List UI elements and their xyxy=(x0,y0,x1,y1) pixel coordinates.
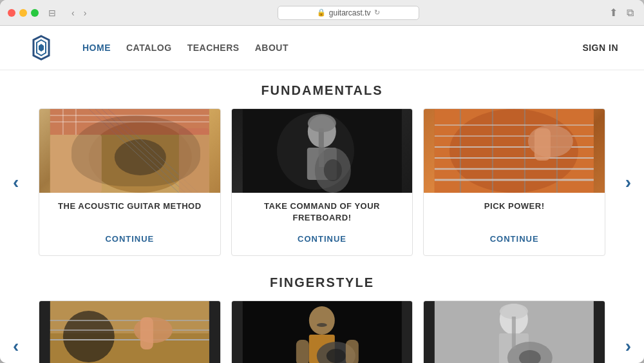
browser-actions: ⬆ ⧉ xyxy=(607,5,636,20)
svg-point-48 xyxy=(309,306,335,335)
fingerstyle-svg-3 xyxy=(424,301,605,363)
logo[interactable] xyxy=(26,32,57,63)
fingerstyle-section: FINGERSTYLE ‹ xyxy=(0,262,644,363)
card-image-3 xyxy=(424,109,605,193)
nav-home[interactable]: HOME xyxy=(82,43,111,53)
card-title-3: PICK POWER! xyxy=(484,201,545,212)
fundamentals-title: FUNDAMENTALS xyxy=(0,83,644,98)
card-fingerstyle-image-3 xyxy=(424,301,605,363)
share-button[interactable]: ⬆ xyxy=(607,5,620,20)
svg-marker-2 xyxy=(39,44,44,52)
card-fretboard: TAKE COMMAND OF YOUR FRETBOARD! CONTINUE xyxy=(231,108,413,256)
card-continue-2[interactable]: CONTINUE xyxy=(298,230,346,248)
svg-rect-38 xyxy=(535,128,551,161)
guitar-image-2 xyxy=(232,109,413,193)
svg-point-18 xyxy=(308,115,336,148)
svg-point-51 xyxy=(327,349,346,363)
nav-about[interactable]: ABOUT xyxy=(255,43,289,53)
svg-point-23 xyxy=(308,114,336,132)
browser-nav-buttons: ‹ › xyxy=(68,6,90,19)
card-continue-1[interactable]: CONTINUE xyxy=(105,230,154,248)
card-title-1: THE ACOUSTIC GUITAR METHOD xyxy=(58,201,201,212)
fingerstyle-prev-button[interactable]: ‹ xyxy=(6,329,25,363)
fundamentals-next-button[interactable]: › xyxy=(619,166,638,199)
minimize-button[interactable] xyxy=(19,9,27,17)
svg-rect-11 xyxy=(179,128,209,193)
fingerstyle-cards xyxy=(39,300,605,363)
card-fingerstyle-2 xyxy=(231,300,413,363)
forward-button[interactable]: › xyxy=(80,6,90,19)
card-continue-3[interactable]: CONTINUE xyxy=(490,230,539,248)
svg-rect-46 xyxy=(140,317,153,349)
card-fingerstyle-image-2 xyxy=(232,301,413,363)
svg-point-4 xyxy=(89,122,192,193)
logo-icon xyxy=(26,32,57,63)
card-fingerstyle-1 xyxy=(39,300,221,363)
svg-rect-22 xyxy=(319,128,324,167)
refresh-icon[interactable]: ↻ xyxy=(374,8,380,17)
svg-point-5 xyxy=(115,139,166,175)
svg-rect-53 xyxy=(296,340,309,363)
svg-line-6 xyxy=(89,109,179,193)
traffic-lights xyxy=(8,9,39,17)
svg-rect-19 xyxy=(307,148,337,180)
card-fingerstyle-image-1 xyxy=(39,301,220,363)
card-body-2: TAKE COMMAND OF YOUR FRETBOARD! CONTINUE xyxy=(232,193,413,255)
fundamentals-cards: THE ACOUSTIC GUITAR METHOD CONTINUE xyxy=(39,108,605,256)
close-button[interactable] xyxy=(8,9,15,17)
fingerstyle-svg-1 xyxy=(39,301,220,363)
svg-point-41 xyxy=(63,311,115,362)
fundamentals-carousel: ‹ xyxy=(0,108,644,256)
card-image-1 xyxy=(39,109,220,193)
card-body-1: THE ACOUSTIC GUITAR METHOD CONTINUE xyxy=(39,193,220,255)
card-fingerstyle-3 xyxy=(423,300,605,363)
fingerstyle-svg-2 xyxy=(232,301,413,363)
page-content: HOME CATALOG TEACHERS ABOUT SIGN IN FUND… xyxy=(0,26,644,363)
svg-point-20 xyxy=(315,148,351,193)
nav-teachers[interactable]: TEACHERS xyxy=(187,43,240,53)
svg-line-7 xyxy=(95,109,185,193)
nav-catalog[interactable]: CATALOG xyxy=(126,43,172,53)
svg-rect-10 xyxy=(50,135,102,193)
card-title-2: TAKE COMMAND OF YOUR FRETBOARD! xyxy=(242,201,402,224)
fundamentals-section: FUNDAMENTALS ‹ xyxy=(0,70,644,262)
svg-rect-61 xyxy=(512,317,516,349)
back-button[interactable]: ‹ xyxy=(68,6,78,19)
new-tab-button[interactable]: ⧉ xyxy=(624,5,636,20)
card-image-2 xyxy=(232,109,413,193)
nav-links: HOME CATALOG TEACHERS ABOUT xyxy=(82,43,582,53)
browser-chrome: ⊟ ‹ › 🔒 guitarcast.tv ↻ ⬆ ⧉ xyxy=(0,0,644,26)
card-acoustic-guitar: THE ACOUSTIC GUITAR METHOD CONTINUE xyxy=(39,108,221,256)
sidebar-toggle-button[interactable]: ⊟ xyxy=(45,6,59,19)
guitar-image-1 xyxy=(39,109,220,193)
guitar-image-3 xyxy=(424,109,605,193)
address-bar: 🔒 guitarcast.tv ↻ xyxy=(96,6,600,20)
signin-button[interactable]: SIGN IN xyxy=(582,43,618,53)
fingerstyle-title: FINGERSTYLE xyxy=(0,275,644,290)
navbar: HOME CATALOG TEACHERS ABOUT SIGN IN xyxy=(0,26,644,70)
fingerstyle-next-button[interactable]: › xyxy=(619,329,638,363)
browser-window: ⊟ ‹ › 🔒 guitarcast.tv ↻ ⬆ ⧉ xyxy=(0,0,644,363)
fullscreen-button[interactable] xyxy=(31,9,39,17)
svg-point-52 xyxy=(317,323,327,327)
lock-icon: 🔒 xyxy=(317,8,326,17)
svg-point-21 xyxy=(324,159,342,181)
fundamentals-prev-button[interactable]: ‹ xyxy=(6,166,25,199)
fingerstyle-carousel: ‹ xyxy=(0,300,644,363)
card-body-3: PICK POWER! CONTINUE xyxy=(424,193,605,255)
svg-rect-54 xyxy=(346,340,359,363)
card-pick-power: PICK POWER! CONTINUE xyxy=(423,108,605,256)
address-bar-field[interactable]: 🔒 guitarcast.tv ↻ xyxy=(278,6,419,20)
svg-rect-17 xyxy=(243,109,402,193)
url-text: guitarcast.tv xyxy=(329,8,371,17)
